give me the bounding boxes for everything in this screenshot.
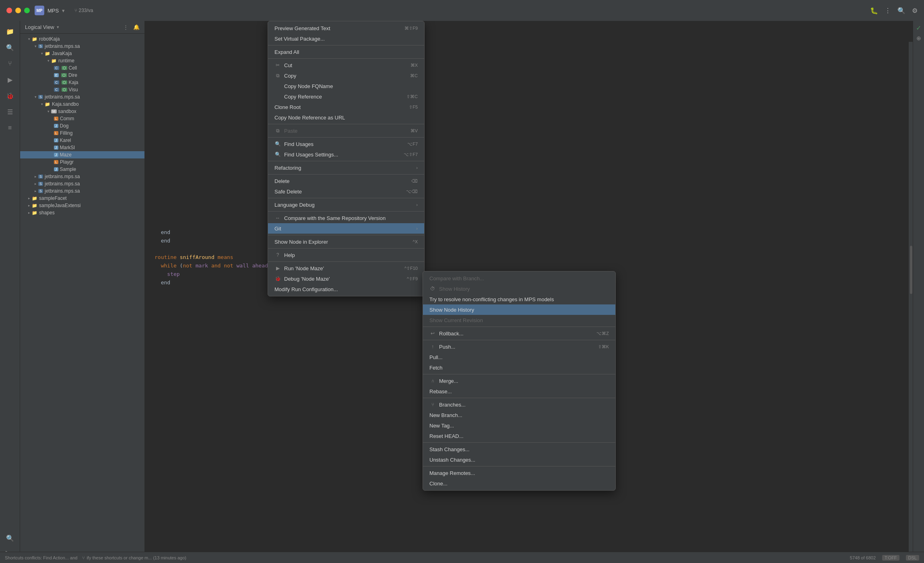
tree-item-samplefacet[interactable]: ▸ 📁 sampleFacet xyxy=(20,195,144,202)
tree-item-dog[interactable]: J Dog xyxy=(20,122,144,129)
git-rebase[interactable]: Rebase... xyxy=(423,386,615,397)
tree-item-filling[interactable]: L Filling xyxy=(20,129,144,137)
git-push[interactable]: ↑ Push... ⇧⌘K xyxy=(423,341,615,352)
menu-item-copy-fqname[interactable]: Copy Node FQName xyxy=(268,81,424,91)
sidebar-icon-structure[interactable]: ☰ xyxy=(3,105,17,119)
tree-item-samplejava[interactable]: ▸ 📁 sampleJavaExtensi xyxy=(20,202,144,209)
git-reset-head[interactable]: Reset HEAD... xyxy=(423,431,615,441)
git-branches[interactable]: ⑂ Branches... xyxy=(423,399,615,410)
separator-9 xyxy=(268,235,424,235)
git-submenu: Compare with Branch... ⏱ Show History Tr… xyxy=(423,271,616,491)
bug-icon[interactable]: 🐛 xyxy=(870,7,878,14)
menu-item-copy-url[interactable]: Copy Node Reference as URL xyxy=(268,112,424,123)
tree-item-kaja-sandbo[interactable]: ▾ 📁 Kaja.sandbo xyxy=(20,101,144,108)
menu-item-find-usages[interactable]: 🔍 Find Usages ⌥F7 xyxy=(268,139,424,149)
sidebar-icon-search-bottom[interactable]: 🔍 xyxy=(3,531,17,545)
menu-item-copy[interactable]: ⧉ Copy ⌘C xyxy=(268,70,424,81)
context-menu: Preview Generated Text ⌘⇧F9 Set Virtual … xyxy=(268,21,425,296)
code-line xyxy=(155,245,903,254)
sidebar-icon-run[interactable]: ▶ xyxy=(3,72,17,87)
git-fetch[interactable]: Fetch xyxy=(423,362,615,373)
menu-item-modify-config[interactable]: Modify Run Configuration... xyxy=(268,284,424,294)
sidebar-icon-debug[interactable]: 🐞 xyxy=(3,88,17,103)
git-new-tag[interactable]: New Tag... xyxy=(423,420,615,431)
menu-item-run[interactable]: ▶ Run 'Node Maze' ^⇧F10 xyxy=(268,263,424,273)
separator-3 xyxy=(268,124,424,124)
menu-item-safe-delete[interactable]: Safe Delete ⌥⌫ xyxy=(268,186,424,197)
git-clone[interactable]: Clone... xyxy=(423,478,615,489)
settings-icon[interactable]: ⚙ xyxy=(912,7,918,14)
menu-item-refactoring[interactable]: Refactoring › xyxy=(268,162,424,173)
code-line-while: while (not mark and not wall ahead) do xyxy=(155,262,903,270)
tree-item-javakaja[interactable]: ▾ 📁 JavaKaja xyxy=(20,50,144,57)
sidebar-icon-list[interactable]: ≡ xyxy=(3,121,17,135)
menu-item-find-usages-settings[interactable]: 🔍 Find Usages Settings... ⌥⇧F7 xyxy=(268,149,424,160)
editor-area: end end routine sniffAround means while … xyxy=(145,21,913,563)
menu-item-preview[interactable]: Preview Generated Text ⌘⇧F9 xyxy=(268,23,424,33)
git-sep-5 xyxy=(423,442,615,443)
git-sep-2 xyxy=(423,340,615,340)
tree-item-robotkaja[interactable]: ▾ 📁 robotKaja xyxy=(20,35,144,43)
tree-item-jetbrains-1[interactable]: ▾ S jetbrains.mps.sa xyxy=(20,43,144,50)
tree-item-marksl[interactable]: J MarkSl xyxy=(20,144,144,151)
tree-item-jetbrains-3[interactable]: ▸ S jetbrains.mps.sa xyxy=(20,173,144,180)
code-line: end xyxy=(155,228,903,237)
tree-item-comm[interactable]: L Comm xyxy=(20,115,144,122)
tree-item-playgr[interactable]: L Playgr xyxy=(20,158,144,166)
tree-item-sample[interactable]: J Sample xyxy=(20,166,144,173)
sidebar-icon-folder[interactable]: 📁 xyxy=(3,24,17,39)
tree-item-shapes[interactable]: ▸ 📁 shapes xyxy=(20,209,144,216)
menu-item-cut[interactable]: ✂ Cut ⌘X xyxy=(268,60,424,70)
git-sep-3 xyxy=(423,374,615,374)
git-sep-1 xyxy=(423,327,615,327)
tree-item-visu[interactable]: C ⬡ Visu xyxy=(20,86,144,93)
git-manage-remotes[interactable]: Manage Remotes... xyxy=(423,468,615,478)
tree-item-sandbox[interactable]: ▾ M sandbox xyxy=(20,108,144,115)
menu-item-expand-all[interactable]: Expand All xyxy=(268,47,424,57)
tree-item-runtime[interactable]: ▾ 📁 runtime xyxy=(20,57,144,64)
git-show-node-history[interactable]: Show Node History xyxy=(423,304,615,315)
tree-item-jetbrains-5[interactable]: ▸ S jetbrains.mps.sa xyxy=(20,187,144,195)
tree-item-cell[interactable]: C ⬡ Cell xyxy=(20,64,144,72)
toggle-badge[interactable]: T:OFF xyxy=(882,555,899,561)
separator-10 xyxy=(268,248,424,249)
maximize-button[interactable] xyxy=(24,8,30,13)
menu-item-help[interactable]: ? Help xyxy=(268,250,424,260)
search-icon[interactable]: 🔍 xyxy=(897,7,905,14)
git-stash[interactable]: Stash Changes... xyxy=(423,444,615,454)
git-merge[interactable]: ⑃ Merge... xyxy=(423,376,615,386)
tree-item-dire[interactable]: E ⬡ Dire xyxy=(20,72,144,79)
menu-item-copy-reference[interactable]: Copy Reference ⇧⌘C xyxy=(268,91,424,102)
minimize-button[interactable] xyxy=(15,8,21,13)
more-icon[interactable]: ⋮ xyxy=(885,7,891,14)
git-status: ⑂ ify these shortcuts or change m... (13… xyxy=(82,555,186,560)
avatar: MP xyxy=(35,6,44,15)
scrollbar-thumb[interactable] xyxy=(910,246,912,294)
tree-item-maze[interactable]: J Maze xyxy=(20,151,144,158)
scrollbar-track xyxy=(909,42,913,552)
git-unstash[interactable]: Unstash Changes... xyxy=(423,454,615,465)
sidebar-icon-git[interactable]: ⑂ xyxy=(3,56,17,71)
menu-item-virtual-package[interactable]: Set Virtual Package... xyxy=(268,33,424,44)
menu-item-git[interactable]: Git › xyxy=(268,223,424,234)
sidebar-icon-search[interactable]: 🔍 xyxy=(3,40,17,55)
tree-item-jetbrains-2[interactable]: ▾ S jetbrains.mps.sa xyxy=(20,93,144,101)
menu-item-clone-root[interactable]: Clone Root ⇧F5 xyxy=(268,102,424,112)
menu-item-compare-repo[interactable]: ↔ Compare with the Same Repository Versi… xyxy=(268,213,424,223)
close-button[interactable] xyxy=(6,8,12,13)
right-panel-icon-1[interactable]: ⊕ xyxy=(916,35,921,41)
git-new-branch[interactable]: New Branch... xyxy=(423,410,615,420)
menu-item-show-node-explorer[interactable]: Show Node in Explorer ^X xyxy=(268,236,424,247)
git-rollback[interactable]: ↩ Rollback... ⌥⌘Z xyxy=(423,328,615,339)
menu-item-language-debug[interactable]: Language Debug › xyxy=(268,199,424,210)
tree-item-jetbrains-4[interactable]: ▸ S jetbrains.mps.sa xyxy=(20,180,144,187)
menu-item-debug[interactable]: 🐞 Debug 'Node Maze' ^⇧F9 xyxy=(268,273,424,284)
menu-item-delete[interactable]: Delete ⌫ xyxy=(268,176,424,186)
git-resolve-non-conflicting[interactable]: Try to resolve non-conflicting changes i… xyxy=(423,294,615,304)
tree-item-karel[interactable]: J Karel xyxy=(20,137,144,144)
tree-item-kaja[interactable]: C ⬡ Kaja xyxy=(20,79,144,86)
file-tree: Logical View ▾ ⋮ 🔔 ▾ 📁 robotKaja ▾ S jet… xyxy=(20,21,145,563)
dsl-badge[interactable]: DSL xyxy=(906,555,919,561)
git-pull[interactable]: Pull... xyxy=(423,352,615,362)
titlebar-right: 🐛 ⋮ 🔍 ⚙ xyxy=(870,7,918,14)
